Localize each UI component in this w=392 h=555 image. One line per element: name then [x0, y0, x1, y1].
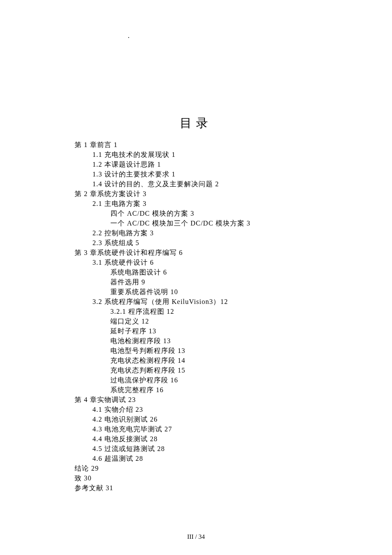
toc-entry: 四个 AC/DC 模块的方案 3 [110, 208, 392, 218]
toc-entry: 4.6 超温测试 28 [92, 454, 392, 463]
toc-entry: 充电状态检测程序段 14 [110, 356, 392, 365]
toc-entry: 第 1 章前言 1 [75, 140, 392, 150]
toc-entry: 系统电路图设计 6 [110, 267, 392, 277]
toc-list: 第 1 章前言 11.1 充电技术的发展现状 11.2 本课题设计思路 11.3… [75, 140, 392, 493]
toc-entry: 延时子程序 13 [110, 326, 392, 336]
toc-entry: 电池型号判断程序段 13 [110, 346, 392, 356]
toc-entry: 结论 29 [75, 463, 392, 473]
toc-entry: 端口定义 12 [110, 316, 392, 326]
toc-entry: 3.1 系统硬件设计 6 [92, 257, 392, 267]
toc-entry: 一个 AC/DC 模块加三个 DC/DC 模块方案 3 [110, 218, 392, 228]
page-footer: III / 34 [0, 533, 392, 541]
toc-entry: 电池检测程序段 13 [110, 336, 392, 346]
toc-entry: 2.3 系统组成 5 [92, 238, 392, 248]
toc-entry: 4.4 电池反接测试 28 [92, 434, 392, 444]
toc-entry: 1.4 设计的目的、意义及主要解决问题 2 [92, 179, 392, 189]
toc-entry: 3.2.1 程序流程图 12 [110, 306, 392, 316]
toc-entry: 充电状态判断程序段 15 [110, 365, 392, 375]
toc-entry: 过电流保护程序段 16 [110, 375, 392, 385]
toc-entry: 3.2 系统程序编写（使用 KeiluVision3）12 [92, 297, 392, 306]
toc-entry: 4.2 电池识别测试 26 [92, 414, 392, 424]
toc-entry: 4.5 过流或短路测试 28 [92, 444, 392, 454]
toc-entry: 第 2 章系统方案设计 3 [75, 189, 392, 199]
page: . 目录 第 1 章前言 11.1 充电技术的发展现状 11.2 本课题设计思路… [0, 0, 392, 493]
toc-entry: 第 3 章系统硬件设计和程序编写 6 [75, 248, 392, 257]
toc-entry: 2.1 主电路方案 3 [92, 199, 392, 208]
header-dot: . [128, 32, 130, 40]
toc-entry: 1.2 本课题设计思路 1 [92, 159, 392, 169]
toc-entry: 4.1 实物介绍 23 [92, 405, 392, 414]
toc-entry: 系统完整程序 16 [110, 385, 392, 395]
toc-entry: 重要系统器件说明 10 [110, 287, 392, 297]
toc-entry: 4.3 电池充电完毕测试 27 [92, 424, 392, 434]
toc-entry: 参考文献 31 [75, 483, 392, 493]
toc-entry: 1.1 充电技术的发展现状 1 [92, 150, 392, 159]
toc-entry: 1.3 设计的主要技术要求 1 [92, 169, 392, 179]
toc-entry: 2.2 控制电路方案 3 [92, 228, 392, 238]
toc-title: 目录 [0, 115, 392, 131]
toc-entry: 致 30 [75, 473, 392, 483]
toc-entry: 器件选用 9 [110, 277, 392, 287]
toc-entry: 第 4 章实物调试 23 [75, 395, 392, 405]
